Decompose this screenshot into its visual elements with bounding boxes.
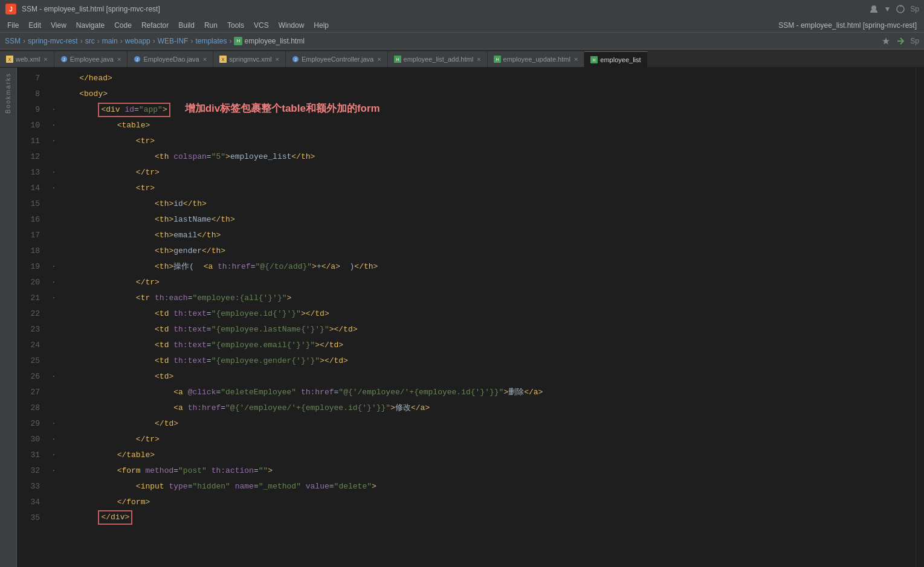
code-line[interactable]: · <form method="post" th:action=""> [52,463,916,478]
menu-navigate[interactable]: Navigate [71,18,109,32]
breadcrumb-main[interactable]: main [102,37,118,45]
line-number: 25 [17,353,47,368]
fold-arrow[interactable]: · [52,373,60,380]
breadcrumb-file[interactable]: employee_list.html [244,37,304,45]
menu-view[interactable]: View [46,18,71,32]
code-line[interactable]: <td th:text="{employee.id{'}'}"></td> [52,306,916,321]
code-text: </form> [117,498,150,507]
fold-arrow[interactable]: · [52,467,60,474]
code-line[interactable]: <td th:text="{employee.lastName{'}'}"></… [52,321,916,337]
toolbar-icon-2[interactable] [896,36,905,46]
code-text: </head> [79,74,112,83]
toolbar-icon-1[interactable] [881,36,891,46]
code-line[interactable]: · <tr> [52,133,916,149]
breadcrumb-webinf[interactable]: WEB-INF [158,37,189,45]
code-line[interactable]: · <tr th:each="employee:{all{'}'}"> [52,290,916,306]
tab-employee-update[interactable]: H employee_update.html × [488,51,585,67]
breadcrumb-templates[interactable]: templates [195,37,227,45]
code-line[interactable]: <td th:text="{employee.gender{'}'}"></td… [52,353,916,368]
tab-close-web-xml[interactable]: × [44,56,47,63]
tab-springmvc-xml[interactable]: X springmvc.xml × [213,51,286,67]
breadcrumb: SSM › spring-mvc-rest › src › main › web… [0,33,924,50]
code-line[interactable]: · <table> [52,117,916,133]
code-line[interactable]: · </table> [52,447,916,463]
code-line[interactable]: <th>lastName</th> [52,211,916,227]
code-content[interactable]: </head> <body>· <div id="app">增加div标签包裹整… [47,68,916,567]
code-line[interactable]: · </tr> [52,431,916,447]
fold-arrow[interactable]: · [52,122,60,129]
code-line[interactable]: · </td> [52,415,916,431]
menu-run[interactable]: Run [199,18,222,32]
svg-text:X: X [8,57,11,62]
code-line[interactable]: · <tr> [52,180,916,196]
code-text: <td th:text="{employee.lastName{'}'}"></… [155,325,358,334]
code-text: <td th:text="{employee.gender{'}'}"></td… [155,356,348,365]
fold-arrow[interactable]: · [52,420,60,427]
fold-arrow[interactable]: · [52,452,60,458]
tab-employee-dao[interactable]: J EmployeeDao.java × [128,51,213,67]
menu-tools[interactable]: Tools [222,18,249,32]
fold-arrow[interactable]: · [52,279,60,286]
code-line[interactable]: </div> [52,510,916,525]
tab-close-ela[interactable]: × [477,56,480,63]
fold-arrow[interactable]: · [52,185,60,191]
code-line[interactable]: </form> [52,494,916,510]
line-number: 23 [17,321,47,337]
profile-icon[interactable] [869,4,879,14]
tab-close-employee[interactable]: × [117,56,121,63]
tab-employee-list-add[interactable]: H employee_list_add.html × [388,51,488,67]
code-line[interactable]: <input type="hidden" name="_method" valu… [52,478,916,494]
sync-icon[interactable] [896,4,905,14]
code-line[interactable]: <a th:href="@{'/employee/'+{employee.id{… [52,400,916,415]
fold-arrow[interactable]: · [52,263,60,270]
fold-arrow[interactable]: · [52,106,60,113]
svg-text:J: J [137,57,139,62]
fold-arrow[interactable]: · [52,138,60,144]
code-line[interactable]: <a @click="deleteEmployee" th:href="@{'/… [52,384,916,400]
svg-text:H: H [496,57,499,62]
tab-close-ec[interactable]: × [377,56,381,63]
code-line[interactable]: <th colspan="5">employee_list</th> [52,149,916,164]
menu-refactor[interactable]: Refactor [137,18,173,32]
tab-close-employee-dao[interactable]: × [203,56,207,63]
code-line[interactable]: <th>gender</th> [52,243,916,258]
code-text: <table> [117,121,150,130]
tab-close-eu[interactable]: × [574,56,578,63]
code-line[interactable]: </head> [52,70,916,86]
code-line[interactable]: · <td> [52,368,916,384]
menu-file[interactable]: File [2,18,24,32]
menu-window[interactable]: Window [274,18,309,32]
menu-help[interactable]: Help [309,18,334,32]
breadcrumb-webapp[interactable]: webapp [125,37,150,45]
code-line[interactable]: · </tr> [52,164,916,180]
fold-arrow[interactable]: · [52,169,60,176]
breadcrumb-src[interactable]: src [85,37,95,45]
menu-code[interactable]: Code [109,18,137,32]
line-number: 29 [17,415,47,431]
tab-employee-list[interactable]: H employee_list [584,51,647,67]
tab-web-xml[interactable]: X web.xml × [0,51,54,67]
breadcrumb-ssm[interactable]: SSM [5,37,21,45]
menu-build[interactable]: Build [173,18,199,32]
fold-arrow[interactable]: · [52,436,60,443]
menu-edit[interactable]: Edit [24,18,46,32]
tab-employee-controller[interactable]: J EmployeeController.java × [286,51,388,67]
code-line[interactable]: · </tr> [52,274,916,290]
code-line[interactable]: <td th:text="{employee.email{'}'}"></td> [52,337,916,353]
code-line[interactable]: · <div id="app">增加div标签包裹整个table和额外加的for… [52,101,916,117]
fold-arrow[interactable]: · [52,295,60,301]
menu-vcs[interactable]: VCS [249,18,274,32]
line-number: 7 [17,70,47,86]
bookmarks-panel[interactable]: Bookmarks [2,68,14,118]
code-text: <td th:text="{employee.id{'}'}"></td> [155,309,329,318]
line-number: 26 [17,368,47,384]
code-line[interactable]: · <th>操作( <a th:href="@{/to/add}">+</a> … [52,258,916,274]
code-text: <input type="hidden" name="_method" valu… [136,482,376,491]
breadcrumb-project[interactable]: spring-mvc-rest [28,37,78,45]
tab-close-springmvc[interactable]: × [275,56,279,63]
tab-employee-java[interactable]: J Employee.java × [54,51,128,67]
code-line[interactable]: <th>id</th> [52,196,916,211]
right-gutter[interactable] [916,68,924,567]
code-line[interactable]: <th>email</th> [52,227,916,243]
code-line[interactable]: <body> [52,86,916,101]
